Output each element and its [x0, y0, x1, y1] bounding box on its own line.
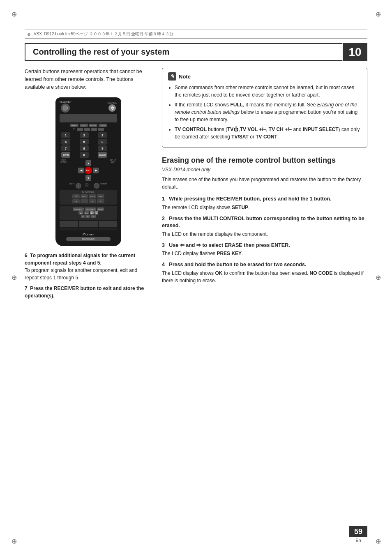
- chapter-number: 10: [343, 43, 367, 61]
- slim-row-3: [60, 228, 117, 230]
- erase-step-4: 4 Press and hold the button to be erased…: [162, 261, 367, 284]
- tv-sat-btn: TV/SAT: [80, 124, 88, 127]
- ch-plus: +: [76, 183, 81, 189]
- tv-ctrl-row2: ⊕ ▲ ▲: [61, 199, 116, 203]
- header-bar: ⊕ VSX_D912.book.fm 59ページ ２００３年１２月５日 金曜日 …: [25, 30, 367, 39]
- note-list: Some commands from other remote controls…: [168, 84, 361, 140]
- note-title: Note: [179, 74, 191, 80]
- dvd-sat-btn: DVD/SAT: [89, 124, 97, 127]
- stop-btn: ■: [95, 211, 98, 214]
- extra-row: ⊕ ⊕+ ⊕–: [61, 215, 116, 218]
- reg-mark-tl: ⊕: [8, 8, 20, 20]
- receiver-label: RECEIVER: [60, 101, 71, 103]
- note-header: ✎ Note: [168, 72, 361, 81]
- rew-btn: ◀◀: [78, 211, 83, 214]
- slim2: [84, 128, 90, 131]
- reg-mark-ml: ⊕: [8, 272, 20, 283]
- source-button: ⏻: [108, 104, 116, 112]
- ch-aud-btn: CH/AUD: [70, 124, 78, 127]
- dpad-down: ▼: [85, 175, 91, 181]
- slim4: [98, 128, 104, 131]
- step6-header: To program additional signals for the cu…: [25, 253, 135, 266]
- num-5: 5: [80, 139, 89, 145]
- remote-illustration: RECEIVER SOURCE ⏻ CH/AUD TV/SAT: [25, 97, 152, 246]
- tv-control-section: TV CONTROL +⏻ INPUT TV CH VOL ⊕ ▲ ▲: [60, 190, 117, 205]
- play-btn: ▶: [90, 211, 94, 214]
- erase-step-2: 2 Press the the MULTI CONTROL button cor…: [162, 215, 367, 238]
- chapter-header: Controlling the rest of your system 10: [25, 43, 367, 61]
- slim-btn-2: [79, 221, 97, 224]
- header-japanese-text: VSX_D912.book.fm 59ページ ２００３年１２月５日 金曜日 午前…: [34, 31, 173, 37]
- bottom-section: STV/INPUT DVD/VIDEO MUTE ◀◀ ▶▶ ▶ ■ ⊕: [60, 206, 117, 220]
- dpad: ▲ ▼ ◀ ▶ ENT: [78, 160, 99, 181]
- stv-btn: STV/INPUT: [73, 207, 84, 211]
- num-2: 2: [80, 132, 89, 138]
- extra2: ⊕+: [85, 215, 90, 218]
- left-column: Certain buttons represent operations tha…: [25, 68, 152, 522]
- slim3: [91, 128, 97, 131]
- slim-rows: [60, 221, 117, 230]
- multi-ctrl-label-row: MC: [58, 128, 119, 131]
- erase-step-3: 3 Use ⇦ and ⇨ to select ERASE then press…: [162, 242, 367, 258]
- num-4: 4: [61, 139, 70, 145]
- slim-btn-8: [79, 228, 97, 230]
- ch-minus: –: [94, 183, 99, 189]
- slim-row-2: [60, 224, 117, 227]
- reg-mark-mr: ⊕: [372, 272, 384, 283]
- slim-btn-9: [99, 228, 117, 230]
- note-item-1: Some commands from other remote controls…: [175, 84, 361, 99]
- dpad-right: ▶: [93, 168, 99, 173]
- tv-blank: [81, 199, 88, 203]
- reg-mark-tr: ⊕: [372, 8, 384, 20]
- dpad-up: ▲: [85, 160, 91, 166]
- header-crosshair: ⊕: [27, 32, 30, 37]
- tv-vol-up: ▲: [97, 199, 104, 203]
- erasing-intro: This erases one of the buttons you have …: [162, 176, 367, 191]
- erase-step2-header: 2 Press the the MULTI CONTROL button cor…: [162, 215, 367, 230]
- erasing-title: Erasing one of the remote control button…: [162, 156, 367, 165]
- number-grid: 1 2 3 4 5 6 7 8 9 SURR 0 CLEAR: [61, 132, 115, 158]
- extra3: ⊕–: [91, 215, 96, 218]
- tv-freq-btn: ⊕: [72, 199, 80, 203]
- ctrl-row2: LIGHT + CH +CH – – RETURN: [58, 183, 119, 189]
- extra1: ⊕: [81, 215, 85, 218]
- erasing-subtitle: VSX-D914 model only: [162, 167, 367, 173]
- input-btn: INPUT: [81, 194, 88, 198]
- clear-btn: CLEAR: [98, 152, 107, 158]
- step7-number: 7: [25, 286, 28, 291]
- dpad-left: ◀: [78, 168, 84, 173]
- remote-lcd: [60, 114, 117, 122]
- note-item-3: TV CONTROL buttons (TV⏻,TV VOL +/–, TV C…: [175, 126, 361, 140]
- slim-btn-7: [60, 228, 78, 230]
- step7-header: Press the RECEIVER button to exit and st…: [25, 286, 144, 299]
- note-item-2: If the remote LCD shows FULL, it means t…: [175, 101, 361, 123]
- tv-ctrl-row1: +⏻ INPUT TV CH VOL: [61, 194, 116, 198]
- step-7: 7 Press the RECEIVER button to exit and …: [25, 285, 152, 299]
- tv-ch-btn: TV CH: [89, 194, 96, 198]
- remote-control: RECEIVER SOURCE ⏻ CH/AUD TV/SAT: [55, 97, 121, 246]
- num-8: 8: [80, 145, 89, 151]
- remote-top-row: RECEIVER SOURCE ⏻: [58, 101, 119, 113]
- num-9: 9: [98, 145, 107, 151]
- slim-btn-5: [79, 224, 97, 227]
- note-box: ✎ Note Some commands from other remote c…: [162, 68, 367, 147]
- dvd-video-btn: DVD/VIDEO: [85, 207, 96, 211]
- note-icon: ✎: [168, 72, 176, 81]
- source-label: SOURCE: [107, 101, 117, 104]
- erase-step1-desc: The remote LCD display shows SETUP.: [162, 204, 367, 211]
- slim-btn-4: [60, 224, 78, 227]
- slim-row-1: [60, 221, 117, 224]
- tv-vcr-btn: TV/VCR: [99, 124, 107, 127]
- page-number: 59: [349, 526, 367, 537]
- chapter-title: Controlling the rest of your system: [25, 43, 343, 61]
- mute-btn: MUTE: [97, 207, 104, 211]
- step-6: 6 To program additional signals for the …: [25, 252, 152, 281]
- surr-btn: SURR: [61, 152, 70, 158]
- right-column: ✎ Note Some commands from other remote c…: [162, 68, 367, 522]
- reg-mark-bl: ⊕: [8, 535, 20, 547]
- middle-ctrl-row: SURROP MEN ▲ ▼ ◀ ▶ ENT SET UPAMP: [58, 159, 119, 182]
- tv-ch-up: ▲: [89, 199, 96, 203]
- erase-step4-desc: The LCD display shows OK to confirm the …: [162, 269, 367, 284]
- erase-step4-header: 4 Press and hold the button to be erased…: [162, 261, 367, 269]
- fwd-btn: ▶▶: [84, 211, 89, 214]
